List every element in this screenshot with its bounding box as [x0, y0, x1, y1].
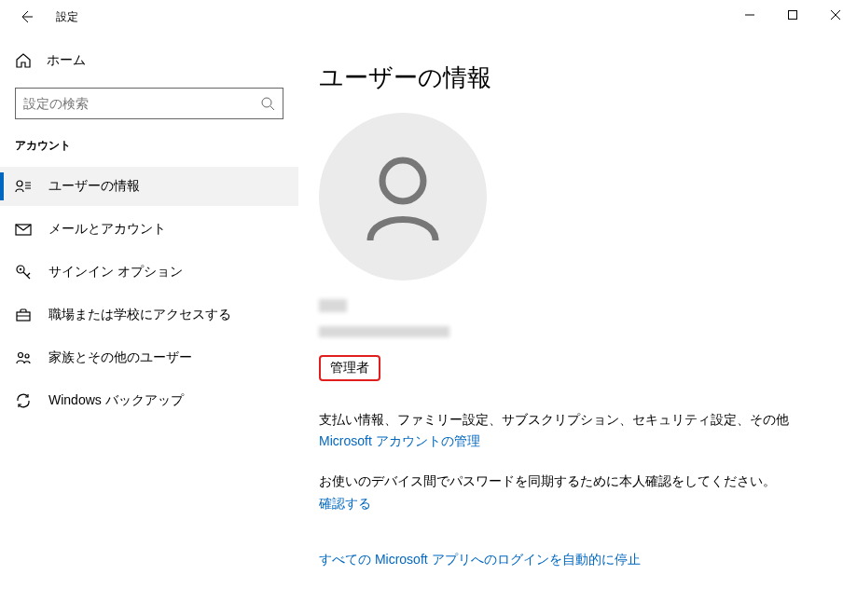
window-title: 設定 [56, 9, 78, 25]
titlebar: 設定 [0, 0, 857, 34]
search-input[interactable] [23, 96, 260, 111]
role-badge: 管理者 [319, 355, 380, 381]
sidebar-item-windows-backup[interactable]: Windows バックアップ [0, 381, 298, 420]
briefcase-icon [15, 307, 32, 323]
person-icon [352, 145, 454, 248]
user-name-redacted [319, 299, 820, 321]
sidebar-item-label: 家族とその他のユーザー [48, 349, 192, 366]
svg-point-1 [262, 98, 271, 107]
sidebar-item-signin-options[interactable]: サインイン オプション [0, 253, 298, 292]
verify-link[interactable]: 確認する [319, 496, 371, 513]
sidebar-item-work-school[interactable]: 職場または学校にアクセスする [0, 295, 298, 335]
page-title: ユーザーの情報 [319, 62, 820, 94]
svg-point-5 [20, 268, 21, 270]
back-button[interactable] [11, 2, 41, 32]
user-badge-icon [15, 178, 32, 195]
home-icon [15, 52, 32, 69]
home-label: ホーム [47, 52, 86, 69]
main-content: ユーザーの情報 管理者 支払い情報、ファミリー設定、サブスクリプション、セキュリ… [298, 34, 857, 616]
window-controls [728, 0, 857, 30]
sidebar-item-email-accounts[interactable]: メールとアカウント [0, 210, 298, 249]
sidebar-item-label: ユーザーの情報 [48, 178, 140, 195]
sidebar: ホーム アカウント ユーザーの情報 メールとアカウント [0, 34, 298, 616]
svg-point-2 [17, 181, 22, 186]
search-icon [260, 96, 275, 111]
home-button[interactable]: ホーム [0, 45, 298, 76]
sidebar-item-label: Windows バックアップ [48, 392, 184, 409]
maximize-button[interactable] [771, 0, 814, 30]
mail-icon [15, 221, 32, 238]
arrow-left-icon [19, 9, 34, 24]
sidebar-item-family-users[interactable]: 家族とその他のユーザー [0, 338, 298, 377]
sync-icon [15, 392, 32, 409]
avatar [319, 113, 487, 281]
account-info-text: 支払い情報、ファミリー設定、サブスクリプション、セキュリティ設定、その他 [319, 409, 820, 430]
key-icon [15, 264, 32, 281]
svg-point-9 [382, 160, 423, 201]
svg-rect-0 [789, 11, 797, 20]
user-email-redacted [319, 326, 820, 346]
minimize-button[interactable] [728, 0, 771, 30]
verify-info-text: お使いのデバイス間でパスワードを同期するために本人確認をしてください。 [319, 471, 820, 491]
sidebar-item-label: メールとアカウント [48, 221, 166, 238]
people-icon [15, 349, 32, 366]
svg-point-8 [25, 354, 29, 358]
close-button[interactable] [814, 0, 857, 30]
sidebar-item-user-info[interactable]: ユーザーの情報 [0, 167, 298, 206]
stop-signin-link[interactable]: すべての Microsoft アプリへのログインを自動的に停止 [319, 552, 641, 568]
maximize-icon [788, 10, 797, 20]
close-icon [831, 10, 840, 20]
sidebar-item-label: サインイン オプション [48, 264, 183, 281]
search-box[interactable] [15, 88, 283, 119]
manage-account-link[interactable]: Microsoft アカウントの管理 [319, 433, 480, 450]
minimize-icon [745, 10, 754, 20]
sidebar-item-label: 職場または学校にアクセスする [48, 307, 231, 323]
svg-point-7 [19, 353, 23, 358]
sidebar-section-header: アカウント [0, 138, 298, 167]
